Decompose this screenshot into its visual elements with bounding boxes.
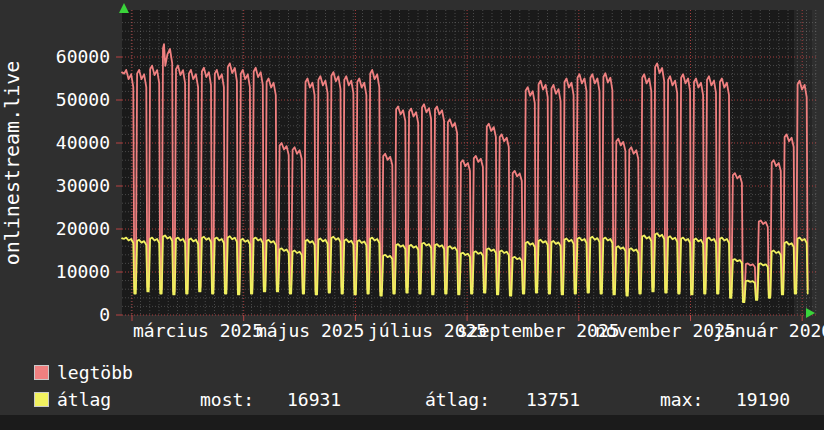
stat-most-label: most: (200, 390, 254, 410)
stat-avg-label: átlag: (425, 390, 490, 410)
x-axis-label: május 2025 (256, 321, 364, 341)
y-axis-label: 50000 (2, 90, 110, 110)
bottom-border-strip (0, 415, 824, 430)
stat-avg-value: 13751 (526, 390, 580, 410)
stat-max-value: 19190 (736, 390, 790, 410)
stat-most-value: 16931 (287, 390, 341, 410)
y-axis-label: 20000 (2, 219, 110, 239)
y-axis-label: 40000 (2, 133, 110, 153)
legend-label-legtobb: legtöbb (57, 363, 133, 383)
legend-label-atlag: átlag (57, 390, 111, 410)
stat-max-label: max: (660, 390, 703, 410)
y-axis-arrow-icon (119, 3, 129, 13)
legend-swatch-atlag (34, 392, 49, 407)
y-axis-label: 0 (2, 305, 110, 325)
x-axis-arrow-icon (806, 308, 815, 318)
graph-window: onlinestream.live 6000050000400003000020… (0, 0, 824, 430)
y-axis-label: 60000 (2, 47, 110, 67)
legend-swatch-legtobb (34, 365, 49, 380)
x-axis-label: január 2026 (713, 321, 824, 341)
x-axis-label: március 2025 (133, 321, 263, 341)
y-axis-label: 10000 (2, 262, 110, 282)
y-axis-label: 30000 (2, 176, 110, 196)
